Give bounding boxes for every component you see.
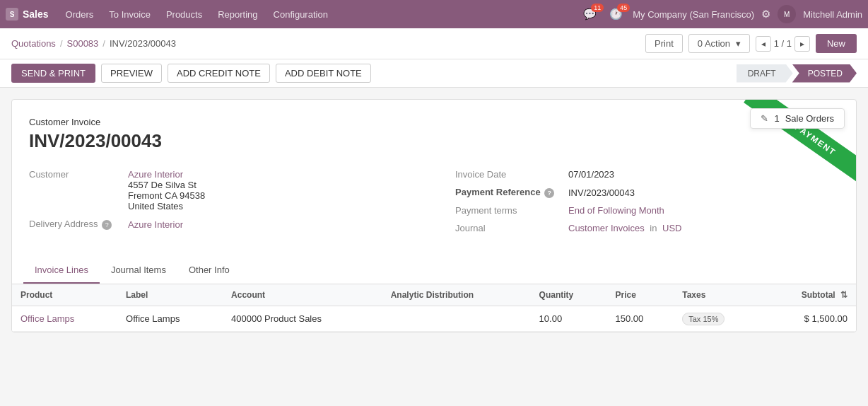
send-print-button[interactable]: SEND & PRINT bbox=[11, 64, 95, 83]
sale-orders-badge[interactable]: ✎ 1 Sale Orders bbox=[750, 108, 845, 129]
invoice-type: Customer Invoice bbox=[29, 117, 839, 127]
status-draft-label: DRAFT bbox=[748, 69, 776, 79]
col-label: Label bbox=[117, 284, 223, 306]
user-name: Mitchell Admin bbox=[803, 9, 862, 20]
payment-terms-row: Payment terms End of Following Month bbox=[455, 205, 839, 216]
customer-field-row: Customer Azure Interior 4557 De Silva St… bbox=[29, 169, 413, 211]
tab-other-info[interactable]: Other Info bbox=[177, 257, 241, 284]
breadcrumb-s00083[interactable]: S00083 bbox=[67, 38, 99, 49]
brand-icon: S bbox=[6, 8, 18, 21]
delivery-address-label: Delivery Address ? bbox=[29, 219, 128, 230]
product-link[interactable]: Office Lamps bbox=[20, 313, 74, 324]
journal-row: Journal Customer Invoices in USD bbox=[455, 223, 839, 233]
journal-value[interactable]: Customer Invoices bbox=[568, 223, 645, 233]
payment-ref-help-icon[interactable]: ? bbox=[544, 188, 554, 198]
clock-icon-btn[interactable]: 🕐 45 bbox=[606, 6, 626, 22]
delivery-address-row: Delivery Address ? Azure Interior bbox=[29, 219, 413, 230]
main-content: ✎ 1 Sale Orders IN PAYMENT Customer Invo… bbox=[0, 88, 868, 399]
customer-label: Customer bbox=[29, 169, 128, 180]
payment-terms-value[interactable]: End of Following Month bbox=[568, 205, 664, 216]
payment-ref-value: INV/2023/00043 bbox=[568, 187, 635, 198]
pager-count: 1 / 1 bbox=[774, 38, 792, 49]
payment-terms-label: Payment terms bbox=[455, 205, 568, 216]
journal-currency[interactable]: USD bbox=[662, 223, 681, 233]
action-bar: SEND & PRINT PREVIEW ADD CREDIT NOTE ADD… bbox=[0, 59, 868, 88]
col-taxes: Taxes bbox=[674, 284, 762, 306]
invoice-card: ✎ 1 Sale Orders IN PAYMENT Customer Invo… bbox=[11, 99, 857, 332]
action-button[interactable]: 0 Action ▾ bbox=[688, 34, 750, 53]
user-avatar[interactable]: M bbox=[778, 5, 796, 23]
payment-ref-label: Payment Reference ? bbox=[455, 187, 568, 198]
invoice-date-value: 07/01/2023 bbox=[568, 169, 614, 180]
col-adjust-icon[interactable]: ⇅ bbox=[840, 290, 848, 300]
brand-name: Sales bbox=[23, 8, 49, 20]
add-credit-note-button[interactable]: ADD CREDIT NOTE bbox=[168, 64, 270, 83]
add-debit-note-button[interactable]: ADD DEBIT NOTE bbox=[276, 64, 371, 83]
invoice-table: Product Label Account Analytic Distribut… bbox=[12, 284, 856, 332]
tab-journal-items[interactable]: Journal Items bbox=[100, 257, 177, 284]
cell-product: Office Lamps bbox=[12, 306, 117, 332]
status-draft[interactable]: DRAFT bbox=[737, 64, 793, 83]
breadcrumb: Quotations / S00083 / INV/2023/00043 bbox=[11, 38, 176, 49]
tax-badge: Tax 15% bbox=[682, 313, 725, 325]
payment-ref-row: Payment Reference ? INV/2023/00043 bbox=[455, 187, 839, 198]
invoice-header: IN PAYMENT Customer Invoice INV/2023/000… bbox=[12, 100, 856, 257]
breadcrumb-sep2: / bbox=[102, 38, 105, 49]
pager-next[interactable]: ▸ bbox=[794, 36, 810, 52]
action-button-label: 0 Action bbox=[698, 38, 730, 49]
cell-quantity: 10.00 bbox=[531, 306, 607, 332]
col-quantity: Quantity bbox=[531, 284, 607, 306]
pager-prev[interactable]: ◂ bbox=[756, 36, 771, 52]
sale-orders-label: Sale Orders bbox=[785, 113, 834, 124]
col-analytic: Analytic Distribution bbox=[382, 284, 531, 306]
nav-configuration[interactable]: Configuration bbox=[266, 6, 335, 23]
top-nav: S Sales Orders To Invoice Products Repor… bbox=[0, 0, 868, 28]
status-bar: DRAFT POSTED bbox=[737, 64, 857, 83]
journal-in: in bbox=[650, 223, 657, 233]
nav-menu: Orders To Invoice Products Reporting Con… bbox=[59, 6, 581, 23]
breadcrumb-quotations[interactable]: Quotations bbox=[11, 38, 56, 49]
invoice-left-fields: Customer Azure Interior 4557 De Silva St… bbox=[29, 169, 413, 240]
customer-addr2: Fremont CA 94538 bbox=[128, 190, 205, 201]
company-name: My Company (San Francisco) bbox=[633, 9, 754, 20]
delivery-address-link[interactable]: Azure Interior bbox=[128, 219, 183, 230]
customer-name-link[interactable]: Azure Interior bbox=[128, 169, 205, 180]
invoice-number: INV/2023/00043 bbox=[29, 130, 839, 152]
breadcrumb-sep1: / bbox=[60, 38, 63, 49]
invoice-right-fields: Invoice Date 07/01/2023 Payment Referenc… bbox=[455, 169, 839, 240]
nav-to-invoice[interactable]: To Invoice bbox=[102, 6, 158, 23]
invoice-date-row: Invoice Date 07/01/2023 bbox=[455, 169, 839, 180]
delivery-help-icon[interactable]: ? bbox=[102, 220, 112, 230]
chat-badge: 11 bbox=[591, 4, 604, 12]
cell-price: 150.00 bbox=[607, 306, 674, 332]
cell-account: 400000 Product Sales bbox=[223, 306, 382, 332]
print-button[interactable]: Print bbox=[645, 34, 683, 53]
clock-badge: 45 bbox=[617, 4, 630, 12]
col-subtotal: Subtotal ⇅ bbox=[762, 284, 856, 306]
customer-addr1: 4557 De Silva St bbox=[128, 180, 205, 190]
col-account: Account bbox=[223, 284, 382, 306]
nav-orders[interactable]: Orders bbox=[59, 6, 101, 23]
preview-button[interactable]: PREVIEW bbox=[101, 64, 162, 83]
breadcrumb-current: INV/2023/00043 bbox=[110, 38, 176, 49]
cell-taxes: Tax 15% bbox=[674, 306, 762, 332]
table-header-row: Product Label Account Analytic Distribut… bbox=[12, 284, 856, 306]
status-posted[interactable]: POSTED bbox=[792, 64, 857, 83]
brand-logo: S Sales bbox=[6, 8, 49, 21]
nav-products[interactable]: Products bbox=[159, 6, 209, 23]
cell-analytic bbox=[382, 306, 531, 332]
pager: ◂ 1 / 1 ▸ bbox=[756, 36, 810, 52]
cell-label: Office Lamps bbox=[117, 306, 223, 332]
nav-right: 💬 11 🕐 45 My Company (San Francisco) ⚙ M… bbox=[580, 5, 862, 23]
edit-icon: ✎ bbox=[761, 113, 768, 124]
chat-icon-btn[interactable]: 💬 11 bbox=[580, 6, 599, 22]
tab-invoice-lines[interactable]: Invoice Lines bbox=[23, 257, 100, 284]
tabs-bar: Invoice Lines Journal Items Other Info bbox=[12, 257, 856, 284]
new-button[interactable]: New bbox=[816, 34, 857, 53]
sale-orders-count: 1 bbox=[774, 113, 779, 124]
nav-reporting[interactable]: Reporting bbox=[211, 6, 264, 23]
breadcrumb-right: Print 0 Action ▾ ◂ 1 / 1 ▸ New bbox=[645, 34, 857, 53]
settings-icon[interactable]: ⚙ bbox=[761, 8, 770, 21]
journal-label: Journal bbox=[455, 223, 568, 233]
col-product: Product bbox=[12, 284, 117, 306]
